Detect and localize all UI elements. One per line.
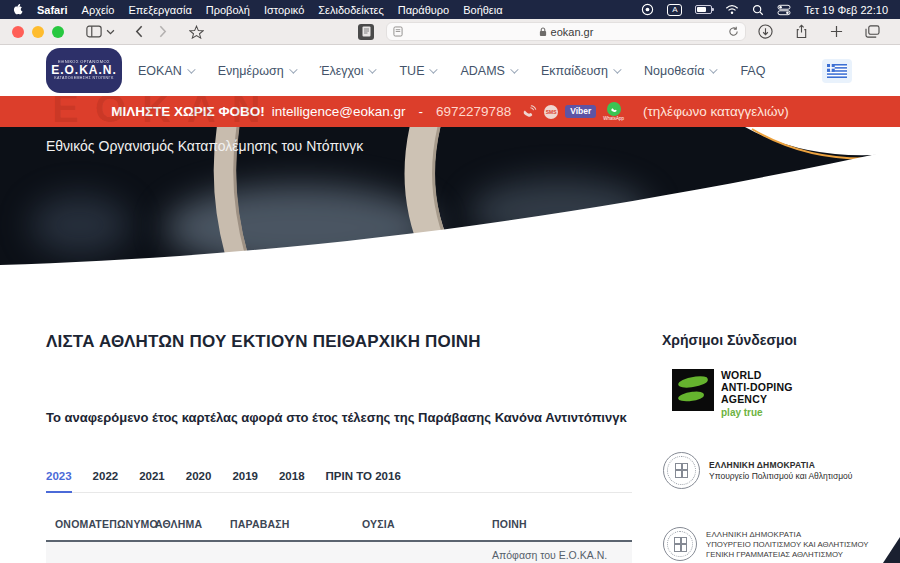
sports-secretariat-link[interactable]: ΕΛΛΗΝΙΚΗ ΔΗΜΟΚΡΑΤΙΑ ΥΠΟΥΡΓΕΙΟ ΠΟΛΙΤΙΣΜΟΥ…	[663, 527, 869, 561]
tab-overview-icon[interactable]	[865, 25, 880, 38]
chevron-down-icon	[430, 65, 438, 73]
nav-item-eokan[interactable]: EOKAN	[138, 64, 193, 78]
zoom-window-button[interactable]	[52, 26, 64, 38]
share-icon[interactable]	[795, 24, 808, 39]
cell-penalty: Απόφαση του Ε.Ο.ΚΑ.Ν. σύμφωνα με το άρθρ…	[492, 542, 632, 563]
sidebar-chevron-icon[interactable]	[106, 29, 115, 35]
ministry-line2: Υπουργείο Πολιτισμού και Αθλητισμού	[709, 471, 852, 481]
greek-flag-icon	[827, 64, 847, 78]
new-tab-icon[interactable]	[830, 25, 843, 38]
control-center-icon[interactable]	[777, 4, 791, 16]
nav-item-elegxoi[interactable]: Έλεγχοι	[320, 64, 375, 78]
hero-title: Εθνικός Οργανισμός Καταπολέμησης του Ντό…	[46, 138, 363, 154]
cell-substance	[362, 542, 492, 563]
menubar-item-edit[interactable]: Επεξεργασία	[128, 4, 191, 16]
chevron-down-icon	[613, 65, 621, 73]
year-tabs: 2023 2022 2021 2020 2019 2018 ΠΡΙΝ ΤΟ 20…	[46, 470, 632, 493]
tab-2023[interactable]: 2023	[46, 470, 72, 493]
corner-decoration	[883, 537, 900, 563]
nav-item-enimerosi[interactable]: Ενημέρωση	[218, 64, 295, 78]
address-bar[interactable]: eokan.gr	[386, 22, 746, 41]
ministry-link[interactable]: ΕΛΛΗΝΙΚΗ ΔΗΜΟΚΡΑΤΙΑ Υπουργείο Πολιτισμού…	[663, 452, 852, 489]
cell-name	[55, 542, 155, 563]
greek-emblem-icon	[663, 452, 700, 489]
banner-dash: -	[419, 104, 424, 119]
menubar-item-file[interactable]: Αρχείο	[82, 4, 115, 16]
nav-item-tue[interactable]: TUE	[399, 64, 435, 78]
url-text: eokan.gr	[551, 26, 594, 38]
site-header: ΕΘΝΙΚΟΣ ΟΡΓΑΝΙΣΜΟΣ Ε.Ο.ΚΑ.Ν. ΚΑΤΑΠΟΛΕΜΗΣ…	[0, 45, 900, 96]
col-header-substance: ΟΥΣΙΑ	[362, 518, 492, 530]
screen: Safari Αρχείο Επεξεργασία Προβολή Ιστορι…	[0, 0, 900, 563]
main-nav: EOKAN Ενημέρωση Έλεγχοι TUE ADAMS Εκπαίδ…	[138, 64, 765, 78]
close-window-button[interactable]	[12, 26, 24, 38]
col-header-name: ΟΝΟΜΑΤΕΠΩΝΥΜΟ	[55, 518, 155, 530]
back-button[interactable]	[135, 25, 143, 38]
cell-sport	[155, 542, 230, 563]
tab-2020[interactable]: 2020	[186, 470, 212, 493]
phone-call-icon	[522, 105, 537, 118]
banner-phone-link[interactable]: 6972279788	[436, 104, 511, 119]
wada-tagline: play true	[721, 407, 793, 418]
lock-icon	[539, 27, 547, 37]
language-flag-button[interactable]	[822, 59, 852, 83]
wifi-icon[interactable]	[725, 4, 739, 15]
menubar-item-history[interactable]: Ιστορικό	[264, 4, 304, 16]
menubar-clock[interactable]: Τετ 19 Φεβ 22:10	[804, 4, 888, 16]
sms-icon[interactable]: SMS	[544, 105, 558, 119]
macos-menubar: Safari Αρχείο Επεξεργασία Προβολή Ιστορι…	[0, 0, 900, 19]
menubar-item-view[interactable]: Προβολή	[206, 4, 250, 16]
nav-item-faq[interactable]: FAQ	[740, 64, 765, 78]
sidebar-title: Χρήσιμοι Σύνδεσμοι	[662, 332, 797, 348]
window-controls	[12, 26, 64, 38]
whatsapp-icon[interactable]: WhatsApp	[603, 102, 624, 122]
cell-violation: Άρθρο 2.2 Ν. 4791/2021	[230, 542, 362, 563]
input-source-icon[interactable]: A	[667, 4, 682, 16]
col-header-sport: ΑΘΛΗΜΑ	[155, 518, 230, 530]
safari-toolbar: eokan.gr	[0, 19, 900, 45]
apple-icon[interactable]	[12, 3, 23, 16]
page-content: ΛΙΣΤΑ ΑΘΛΗΤΩΝ ΠΟΥ ΕΚΤΙΟΥΝ ΠΕΙΘΑΡΧΙΚΗ ΠΟΙ…	[0, 272, 900, 563]
menubar-item-bookmarks[interactable]: Σελιδοδείκτες	[318, 4, 383, 16]
extension-icon[interactable]	[358, 24, 374, 40]
secretariat-line2: ΥΠΟΥΡΓΕΙΟ ΠΟΛΙΤΙΣΜΟΥ ΚΑΙ ΑΘΛΗΤΙΣΜΟΥ	[706, 540, 869, 549]
minimize-window-button[interactable]	[32, 26, 44, 38]
ministry-line1: ΕΛΛΗΝΙΚΗ ΔΗΜΟΚΡΑΤΙΑ	[709, 460, 852, 470]
screen-record-icon[interactable]	[641, 3, 654, 16]
spotlight-search-icon[interactable]	[752, 4, 764, 16]
banner-bold-text: ΜΙΛΗΣΤΕ ΧΩΡΙΣ ΦΟΒΟ!	[111, 104, 265, 119]
tab-pre-2016[interactable]: ΠΡΙΝ ΤΟ 2016	[326, 470, 401, 493]
col-header-violation: ΠΑΡΑΒΑΣΗ	[230, 518, 362, 530]
eokan-logo[interactable]: ΕΘΝΙΚΟΣ ΟΡΓΑΝΙΣΜΟΣ Ε.Ο.ΚΑ.Ν. ΚΑΤΑΠΟΛΕΜΗΣ…	[46, 48, 122, 93]
sidebar-icon[interactable]	[86, 25, 102, 38]
tab-2019[interactable]: 2019	[232, 470, 258, 493]
tab-2018[interactable]: 2018	[279, 470, 305, 493]
chevron-down-icon	[369, 65, 377, 73]
menubar-item-safari[interactable]: Safari	[37, 4, 68, 16]
wada-link[interactable]: WORLD ANTI-DOPING AGENCY play true	[672, 369, 793, 418]
viber-icon[interactable]: Viber	[565, 105, 596, 118]
forward-button[interactable]	[159, 25, 167, 38]
chevron-down-icon	[710, 65, 718, 73]
wada-logo-icon	[672, 369, 714, 411]
tab-2021[interactable]: 2021	[139, 470, 165, 493]
chevron-down-icon	[510, 65, 518, 73]
battery-icon[interactable]	[695, 5, 712, 14]
secretariat-line3: ΓΕΝΙΚΗ ΓΡΑΜΜΑΤΕΙΑΣ ΑΘΛΗΤΙΣΜΟΥ	[706, 550, 869, 559]
alert-banner: ΕΟΚΑΝ ΜΙΛΗΣΤΕ ΧΩΡΙΣ ΦΟΒΟ! intelligence@e…	[0, 96, 900, 127]
table-header-row: ΟΝΟΜΑΤΕΠΩΝΥΜΟ ΑΘΛΗΜΑ ΠΑΡΑΒΑΣΗ ΟΥΣΙΑ ΠΟΙΝ…	[46, 512, 632, 542]
menubar-item-window[interactable]: Παράθυρο	[398, 4, 449, 16]
reload-icon[interactable]	[728, 26, 739, 37]
menubar-item-help[interactable]: Βοήθεια	[463, 4, 502, 16]
nav-item-nomothesia[interactable]: Νομοθεσία	[644, 64, 715, 78]
athletes-table: ΟΝΟΜΑΤΕΠΩΝΥΜΟ ΑΘΛΗΜΑ ΠΑΡΑΒΑΣΗ ΟΥΣΙΑ ΠΟΙΝ…	[46, 512, 632, 563]
logo-top-text: ΕΘΝΙΚΟΣ ΟΡΓΑΝΙΣΜΟΣ	[58, 60, 110, 64]
nav-item-ekpaideusi[interactable]: Εκπαίδευση	[541, 64, 619, 78]
nav-item-adams[interactable]: ADAMS	[460, 64, 515, 78]
chevron-down-icon	[289, 65, 297, 73]
tab-2022[interactable]: 2022	[93, 470, 119, 493]
banner-email-link[interactable]: intelligence@eokan.gr	[272, 104, 406, 119]
downloads-icon[interactable]	[758, 24, 773, 39]
favorites-star-icon[interactable]	[189, 25, 204, 39]
banner-suffix-text: (τηλέφωνο καταγγελιών)	[643, 104, 789, 119]
